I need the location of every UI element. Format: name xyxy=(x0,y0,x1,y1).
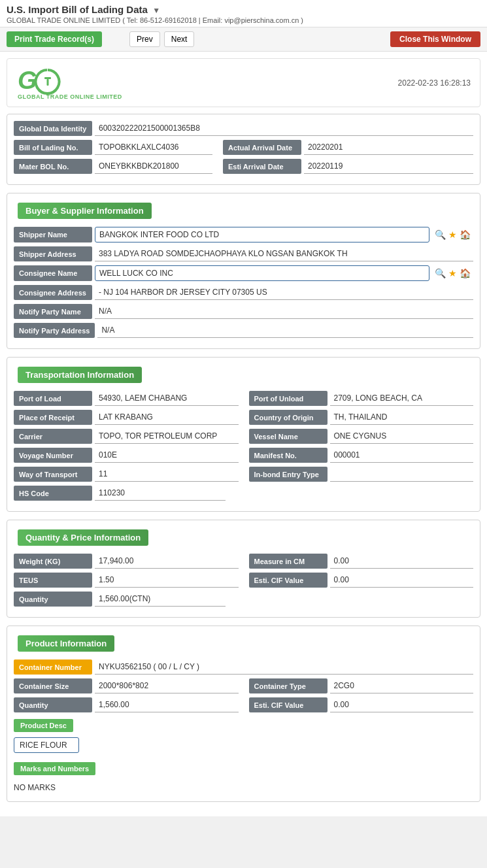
voyage-number-value: 010E xyxy=(95,448,239,463)
next-button[interactable]: Next xyxy=(164,31,195,47)
teus-cif-row: TEUS 1.50 Esti. CIF Value 0.00 xyxy=(14,573,473,588)
weight-measure-row: Weight (KG) 17,940.00 Measure in CM 0.00 xyxy=(14,554,473,569)
logo-area: G GLOBAL TRADE ONLINE LIMITED xyxy=(16,65,122,100)
marks-value: NO MARKS xyxy=(14,780,473,795)
way-of-transport-value: 11 xyxy=(95,467,239,482)
consignee-home-icon[interactable]: 🏠 xyxy=(460,268,471,278)
port-of-load-value: 54930, LAEM CHABANG xyxy=(95,391,239,406)
country-of-origin-value: TH, THAILAND xyxy=(330,410,474,425)
container-type-label: Container Type xyxy=(249,678,327,693)
hs-code-row: HS Code 110230 xyxy=(14,486,473,501)
weight-label: Weight (KG) xyxy=(14,554,92,569)
product-desc-value: RICE FLOUR xyxy=(14,737,79,753)
transportation-title-wrap: Transportation Information xyxy=(7,358,480,388)
buyer-supplier-title-wrap: Buyer & Supplier Information xyxy=(7,193,480,224)
transportation-title: Transportation Information xyxy=(18,367,142,383)
voyage-manifest-row: Voyage Number 010E Manifest No. 000001 xyxy=(14,448,473,463)
vessel-name-value: ONE CYGNUS xyxy=(330,429,474,444)
place-of-receipt-label: Place of Receipt xyxy=(14,410,92,425)
consignee-search-icon[interactable]: 🔍 xyxy=(435,268,446,278)
actual-arrival-value: 20220201 xyxy=(304,140,473,155)
shipper-search-icon[interactable]: 🔍 xyxy=(435,229,446,240)
shipper-name-row: Shipper Name BANGKOK INTER FOOD CO LTD 🔍… xyxy=(14,227,473,242)
port-of-unload-value: 2709, LONG BEACH, CA xyxy=(330,391,474,406)
hs-code-label: HS Code xyxy=(14,486,92,501)
transport-inbond-row: Way of Transport 11 In-bond Entry Type xyxy=(14,467,473,482)
country-of-origin-label: Country of Origin xyxy=(249,410,327,425)
esti-arrival-label: Esti Arrival Date xyxy=(223,159,301,174)
manifest-no-label: Manifest No. xyxy=(249,448,327,463)
container-size-label: Container Size xyxy=(14,678,92,693)
product-quantity-value: 1,560.00 xyxy=(95,697,239,712)
quantity-price-fields: Weight (KG) 17,940.00 Measure in CM 0.00… xyxy=(7,551,480,617)
shipper-star-icon[interactable]: ★ xyxy=(448,229,457,240)
notify-name-label: Notify Party Name xyxy=(14,304,92,319)
doc-header: G GLOBAL TRADE ONLINE LIMITED 2022-02-23… xyxy=(7,58,480,107)
voyage-number-label: Voyage Number xyxy=(14,448,92,463)
port-of-unload-label: Port of Unload xyxy=(249,391,327,406)
print-button[interactable]: Print Trade Record(s) xyxy=(7,31,102,47)
global-data-identity-value: 600320222021500001365B8 xyxy=(95,121,473,136)
logo-tagline: GLOBAL TRADE ONLINE LIMITED xyxy=(18,93,122,100)
marks-label: Marks and Numbers xyxy=(14,762,95,775)
consignee-name-label: Consignee Name xyxy=(14,265,92,281)
svg-rect-3 xyxy=(47,79,49,86)
consignee-address-value: - NJ 104 HARBOR DR JERSEY CITY 07305 US xyxy=(95,285,473,300)
port-load-unload-row: Port of Load 54930, LAEM CHABANG Port of… xyxy=(14,391,473,406)
weight-value: 17,940.00 xyxy=(95,554,239,569)
container-number-row: Container Number NYKU3562150 ( 00 / L / … xyxy=(14,659,473,675)
shipper-home-icon[interactable]: 🏠 xyxy=(460,229,471,240)
notify-address-value: N/A xyxy=(97,323,473,338)
product-desc-label-wrap: Product Desc xyxy=(14,716,473,735)
company-info: GLOBAL TRADE ONLINE LIMITED ( Tel: 86-51… xyxy=(7,16,480,24)
transportation-fields: Port of Load 54930, LAEM CHABANG Port of… xyxy=(7,388,480,511)
carrier-label: Carrier xyxy=(14,429,92,444)
teus-label: TEUS xyxy=(14,573,92,588)
top-bar: U.S. Import Bill of Lading Data ▼ GLOBAL… xyxy=(0,0,487,27)
logo-graphic: G xyxy=(16,65,88,95)
doc-datetime: 2022-02-23 16:28:13 xyxy=(398,78,471,88)
consignee-star-icon[interactable]: ★ xyxy=(448,268,457,278)
product-esti-cif-label: Esti. CIF Value xyxy=(249,697,327,712)
bol-row: Bill of Lading No. TOPOBKKLAXLC4036 Actu… xyxy=(14,140,473,155)
quantity-value: 1,560.00(CTN) xyxy=(95,592,226,607)
shipper-name-label: Shipper Name xyxy=(14,227,92,242)
actual-arrival-label: Actual Arrival Date xyxy=(223,140,301,155)
container-type-value: 2CG0 xyxy=(330,678,474,693)
esti-arrival-value: 20220119 xyxy=(304,159,473,174)
shipper-name-value: BANGKOK INTER FOOD CO LTD xyxy=(95,227,429,242)
product-section: Product Information Container Number NYK… xyxy=(7,626,480,802)
shipper-icons: 🔍 ★ 🏠 xyxy=(432,227,473,242)
notify-address-label: Notify Party Address xyxy=(14,323,95,338)
logo-svg: G xyxy=(16,65,88,95)
way-of-transport-label: Way of Transport xyxy=(14,467,92,482)
quantity-price-section: Quantity & Price Information Weight (KG)… xyxy=(7,520,480,618)
esti-cif-label: Esti. CIF Value xyxy=(249,573,327,588)
quantity-label: Quantity xyxy=(14,592,92,607)
buyer-supplier-section: Buyer & Supplier Information Shipper Nam… xyxy=(7,193,480,349)
page-title: U.S. Import Bill of Lading Data xyxy=(7,4,148,15)
hs-code-value: 110230 xyxy=(95,486,226,501)
consignee-address-row: Consignee Address - NJ 104 HARBOR DR JER… xyxy=(14,285,473,300)
mater-bol-row: Mater BOL No. ONEYBKKBDK201800 Esti Arri… xyxy=(14,159,473,174)
toolbar: Print Trade Record(s) Prev Next Close Th… xyxy=(0,27,487,52)
close-button[interactable]: Close This Window xyxy=(390,31,480,47)
dropdown-arrow-icon[interactable]: ▼ xyxy=(152,6,160,15)
container-number-value: NYKU3562150 ( 00 / L / CY ) xyxy=(95,659,473,675)
buyer-supplier-title: Buyer & Supplier Information xyxy=(18,203,152,219)
prev-button[interactable]: Prev xyxy=(129,31,160,47)
consignee-name-row: Consignee Name WELL LUCK CO INC 🔍 ★ 🏠 xyxy=(14,265,473,281)
toolbar-left: Print Trade Record(s) Prev Next xyxy=(7,31,194,47)
main-content: G GLOBAL TRADE ONLINE LIMITED 2022-02-23… xyxy=(0,52,487,816)
quantity-price-title: Quantity & Price Information xyxy=(18,529,148,546)
vessel-name-label: Vessel Name xyxy=(249,429,327,444)
notify-name-value: N/A xyxy=(95,304,473,319)
global-data-identity-label: Global Data Identity xyxy=(14,121,92,136)
container-number-label: Container Number xyxy=(14,659,92,675)
quantity-row: Quantity 1,560.00(CTN) xyxy=(14,592,473,607)
container-size-type-row: Container Size 2000*806*802 Container Ty… xyxy=(14,678,473,693)
manifest-no-value: 000001 xyxy=(330,448,474,463)
mater-bol-label: Mater BOL No. xyxy=(14,159,92,174)
shipper-address-row: Shipper Address 383 LADYA ROAD SOMDEJCHA… xyxy=(14,246,473,261)
transportation-section: Transportation Information Port of Load … xyxy=(7,357,480,512)
